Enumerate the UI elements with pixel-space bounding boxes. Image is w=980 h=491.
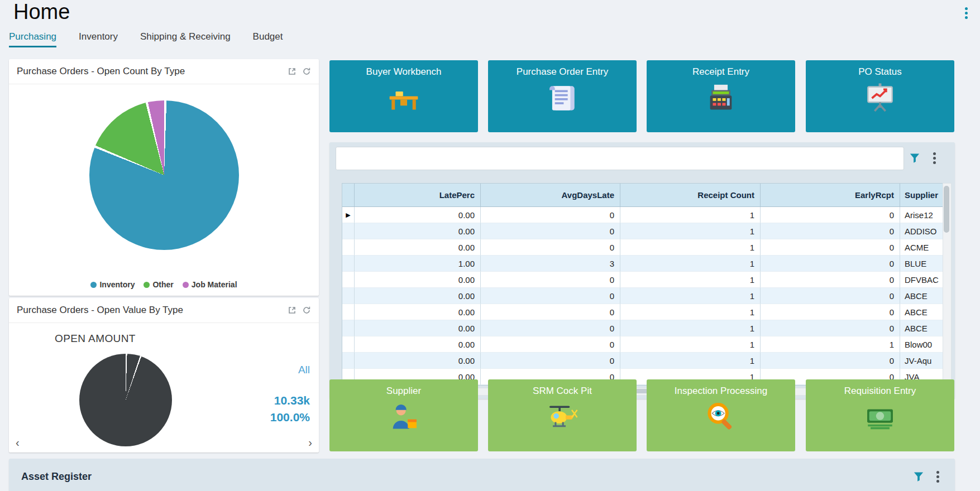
table-cell[interactable]: 0.00 bbox=[355, 272, 481, 288]
table-cell[interactable]: 0 bbox=[481, 353, 620, 369]
table-row[interactable]: 0.00010JV-Aqu bbox=[342, 353, 943, 369]
table-cell[interactable]: DFVBAC bbox=[900, 272, 943, 288]
table-cell[interactable]: 1 bbox=[620, 223, 761, 239]
table-cell[interactable]: 0.00 bbox=[355, 304, 481, 320]
table-cell[interactable]: Arise12 bbox=[900, 207, 943, 223]
table-cell[interactable]: ABCE bbox=[900, 304, 943, 320]
tile-inspection-processing[interactable]: Inspection Processing bbox=[647, 379, 795, 451]
open-value-pie[interactable] bbox=[79, 354, 172, 446]
table-cell[interactable]: 0 bbox=[481, 320, 620, 336]
refresh-icon[interactable] bbox=[302, 306, 311, 315]
row-selector[interactable] bbox=[342, 336, 355, 353]
table-cell[interactable]: JV-Aqu bbox=[900, 353, 943, 369]
filter-icon[interactable] bbox=[913, 471, 924, 482]
table-row[interactable]: 0.00010ABCE bbox=[342, 320, 943, 336]
table-row[interactable]: 0.00010ACME bbox=[342, 239, 943, 256]
table-row[interactable]: 0.00010ABCE bbox=[342, 304, 943, 320]
table-cell[interactable]: 0.00 bbox=[355, 207, 481, 223]
table-row[interactable]: 0.00010ABCE bbox=[342, 288, 943, 304]
row-selector[interactable] bbox=[342, 272, 355, 288]
table-cell[interactable]: 1 bbox=[761, 336, 900, 353]
column-header-lateperc[interactable]: LatePerc bbox=[355, 184, 481, 206]
column-header-receipt-count[interactable]: Receipt Count bbox=[620, 184, 761, 206]
table-cell[interactable]: 0 bbox=[761, 353, 900, 369]
vertical-scrollbar[interactable] bbox=[943, 183, 952, 386]
table-cell[interactable]: Blow00 bbox=[900, 336, 943, 353]
tab-inventory[interactable]: Inventory bbox=[79, 31, 118, 47]
header-selector[interactable] bbox=[342, 184, 355, 206]
grid-overflow-menu-icon[interactable] bbox=[930, 151, 938, 165]
tile-buyer-workbench[interactable]: Buyer Workbench bbox=[329, 60, 478, 132]
tile-supplier[interactable]: Supplier bbox=[329, 379, 478, 451]
row-selector[interactable] bbox=[342, 223, 355, 239]
column-header-supplier[interactable]: Supplier bbox=[900, 184, 943, 206]
table-cell[interactable]: 0 bbox=[481, 239, 620, 256]
table-row[interactable]: 1.00310BLUE bbox=[342, 256, 943, 272]
tile-requisition-entry[interactable]: Requisition Entry bbox=[806, 379, 954, 451]
table-cell[interactable]: 0.00 bbox=[355, 288, 481, 304]
carousel-next-icon[interactable]: › bbox=[308, 436, 312, 449]
table-cell[interactable]: ABCE bbox=[900, 288, 943, 304]
grid-search-input[interactable] bbox=[336, 147, 904, 170]
table-cell[interactable]: 0.00 bbox=[355, 336, 481, 353]
column-header-earlyrcpt[interactable]: EarlyRcpt bbox=[761, 184, 900, 206]
legend-item[interactable]: Inventory bbox=[90, 280, 135, 289]
column-header-avgdayslate[interactable]: AvgDaysLate bbox=[481, 184, 620, 206]
open-in-new-icon[interactable] bbox=[288, 67, 297, 76]
row-selector[interactable]: ▶ bbox=[342, 207, 355, 223]
row-selector[interactable] bbox=[342, 304, 355, 320]
table-cell[interactable]: 0 bbox=[761, 320, 900, 336]
table-cell[interactable]: 0.00 bbox=[355, 320, 481, 336]
table-cell[interactable]: 0 bbox=[481, 336, 620, 353]
table-row[interactable]: 0.00010ADDISO bbox=[342, 223, 943, 239]
table-cell[interactable]: 1 bbox=[620, 336, 761, 353]
tile-purchase-order-entry[interactable]: Purchase Order Entry bbox=[488, 60, 637, 132]
row-selector[interactable] bbox=[342, 353, 355, 369]
table-cell[interactable]: 1 bbox=[620, 207, 761, 223]
tile-po-status[interactable]: PO Status bbox=[806, 60, 954, 132]
table-cell[interactable]: 0.00 bbox=[355, 223, 481, 239]
table-cell[interactable]: 0 bbox=[761, 304, 900, 320]
table-cell[interactable]: 0 bbox=[761, 288, 900, 304]
table-cell[interactable]: 1.00 bbox=[355, 256, 481, 272]
table-cell[interactable]: 0 bbox=[481, 288, 620, 304]
table-cell[interactable]: 0.00 bbox=[355, 353, 481, 369]
tile-receipt-entry[interactable]: Receipt Entry bbox=[647, 60, 795, 132]
table-cell[interactable]: 1 bbox=[620, 239, 761, 256]
table-cell[interactable]: 3 bbox=[481, 256, 620, 272]
tab-shipping-receiving[interactable]: Shipping & Receiving bbox=[140, 31, 231, 47]
table-cell[interactable]: ABCE bbox=[900, 320, 943, 336]
table-cell[interactable]: 0 bbox=[761, 223, 900, 239]
row-selector[interactable] bbox=[342, 320, 355, 336]
table-cell[interactable]: ADDISO bbox=[900, 223, 943, 239]
table-cell[interactable]: 0 bbox=[481, 272, 620, 288]
table-cell[interactable]: 1 bbox=[620, 353, 761, 369]
tab-purchasing[interactable]: Purchasing bbox=[9, 31, 56, 47]
asset-overflow-menu-icon[interactable] bbox=[934, 469, 941, 484]
table-row[interactable]: 0.00010DFVBAC bbox=[342, 272, 943, 288]
row-selector[interactable] bbox=[342, 239, 355, 256]
table-cell[interactable]: 0 bbox=[761, 239, 900, 256]
table-cell[interactable]: 0 bbox=[761, 272, 900, 288]
table-cell[interactable]: 1 bbox=[620, 272, 761, 288]
carousel-prev-icon[interactable]: ‹ bbox=[16, 436, 20, 449]
open-in-new-icon[interactable] bbox=[288, 306, 297, 315]
all-link[interactable]: All bbox=[298, 364, 310, 376]
table-row[interactable]: ▶0.00010Arise12 bbox=[342, 207, 943, 223]
table-cell[interactable]: 1 bbox=[620, 304, 761, 320]
table-cell[interactable]: 0 bbox=[761, 207, 900, 223]
table-cell[interactable]: 0 bbox=[761, 256, 900, 272]
table-cell[interactable]: 0 bbox=[481, 223, 620, 239]
table-cell[interactable]: 1 bbox=[620, 256, 761, 272]
tab-budget[interactable]: Budget bbox=[253, 31, 283, 47]
legend-item[interactable]: Job Material bbox=[183, 280, 237, 289]
legend-item[interactable]: Other bbox=[144, 280, 173, 289]
table-row[interactable]: 0.00011Blow00 bbox=[342, 336, 943, 353]
table-cell[interactable]: 1 bbox=[620, 320, 761, 336]
table-cell[interactable]: 0.00 bbox=[355, 239, 481, 256]
open-count-pie[interactable] bbox=[89, 100, 239, 250]
page-overflow-menu-icon[interactable] bbox=[961, 6, 971, 20]
filter-icon[interactable] bbox=[909, 152, 920, 163]
table-cell[interactable]: BLUE bbox=[900, 256, 943, 272]
table-cell[interactable]: 0 bbox=[481, 304, 620, 320]
